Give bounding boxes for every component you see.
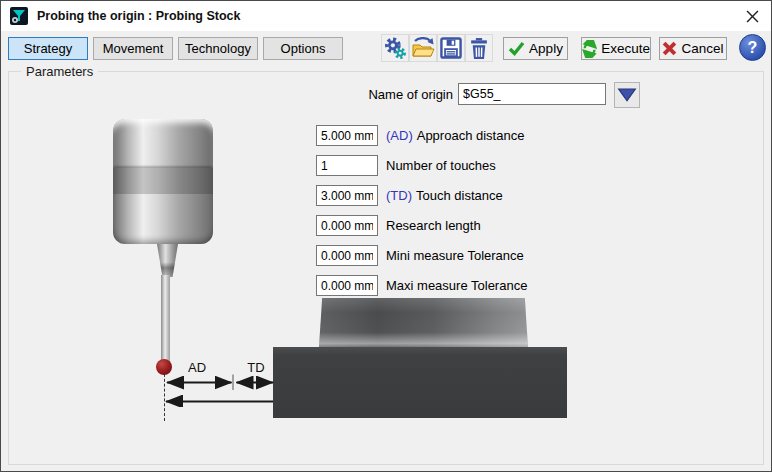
touch-distance-label: Touch distance bbox=[416, 188, 503, 203]
number-of-touches-input[interactable] bbox=[316, 155, 378, 176]
execute-button[interactable]: Execute bbox=[581, 37, 651, 60]
maxi-tolerance-label: Maxi measure Tolerance bbox=[386, 278, 527, 293]
probe-body-middle bbox=[113, 168, 213, 194]
probe-body-bottom bbox=[113, 194, 213, 244]
parameters-group-label: Parameters bbox=[21, 64, 98, 79]
delete-trash-icon bbox=[468, 37, 490, 60]
mini-tolerance-input[interactable] bbox=[316, 245, 378, 266]
research-length-label: Research length bbox=[386, 218, 481, 233]
tab-bar: Strategy Movement Technology Options bbox=[8, 37, 343, 60]
name-of-origin-label: Name of origin bbox=[341, 87, 453, 102]
td-dimension-label: TD bbox=[241, 360, 271, 375]
stock-base bbox=[273, 347, 567, 418]
triangle-down-icon bbox=[617, 87, 637, 103]
refresh-arrows-icon bbox=[582, 40, 597, 58]
x-icon bbox=[662, 41, 677, 56]
tab-strategy[interactable]: Strategy bbox=[8, 37, 88, 60]
touch-distance-input[interactable] bbox=[316, 185, 378, 206]
field-row-research-length: Research length bbox=[316, 215, 481, 236]
save-button[interactable] bbox=[437, 34, 465, 62]
open-folder-icon bbox=[411, 37, 435, 59]
open-button[interactable] bbox=[409, 34, 437, 62]
field-row-touch-distance: (TD)Touch distance bbox=[316, 185, 503, 206]
settings-button[interactable] bbox=[381, 34, 409, 62]
tab-movement[interactable]: Movement bbox=[93, 37, 173, 60]
settings-gears-icon bbox=[384, 37, 407, 60]
origin-dropdown-button[interactable] bbox=[614, 82, 640, 108]
apply-button[interactable]: Apply bbox=[503, 37, 568, 60]
ad-prefix: (AD) bbox=[386, 128, 413, 143]
research-length-input[interactable] bbox=[316, 215, 378, 236]
name-of-origin-input[interactable] bbox=[458, 83, 606, 105]
field-row-maxi-tolerance: Maxi measure Tolerance bbox=[316, 275, 527, 296]
cancel-button[interactable]: Cancel bbox=[659, 37, 727, 60]
mini-tolerance-label: Mini measure Tolerance bbox=[386, 248, 524, 263]
close-icon bbox=[746, 10, 759, 23]
title-bar: Probing the origin : Probing Stock bbox=[1, 1, 771, 31]
help-button[interactable]: ? bbox=[739, 34, 766, 61]
td-prefix: (TD) bbox=[386, 188, 412, 203]
dimension-arrows bbox=[159, 373, 283, 407]
tab-options[interactable]: Options bbox=[263, 37, 343, 60]
field-row-approach-distance: (AD)Approach distance bbox=[316, 125, 524, 146]
probing-dialog: Probing the origin : Probing Stock Strat… bbox=[0, 0, 772, 472]
ad-dimension-label: AD bbox=[182, 360, 212, 375]
field-row-number-of-touches: Number of touches bbox=[316, 155, 496, 176]
approach-distance-label: Approach distance bbox=[417, 128, 525, 143]
window-title: Probing the origin : Probing Stock bbox=[37, 9, 240, 23]
save-icon bbox=[440, 37, 462, 59]
check-icon bbox=[508, 41, 525, 56]
cancel-label: Cancel bbox=[681, 41, 723, 56]
number-of-touches-label: Number of touches bbox=[386, 158, 496, 173]
execute-label: Execute bbox=[601, 41, 650, 56]
help-question-icon: ? bbox=[748, 39, 758, 57]
maxi-tolerance-input[interactable] bbox=[316, 275, 378, 296]
tab-technology[interactable]: Technology bbox=[178, 37, 258, 60]
probing-tool-icon bbox=[10, 7, 28, 25]
delete-button[interactable] bbox=[465, 34, 493, 62]
approach-distance-input[interactable] bbox=[316, 125, 378, 146]
probe-body-top bbox=[113, 119, 213, 168]
field-row-mini-tolerance: Mini measure Tolerance bbox=[316, 245, 524, 266]
stock-boss bbox=[319, 298, 528, 347]
apply-label: Apply bbox=[529, 41, 563, 56]
close-button[interactable] bbox=[742, 6, 762, 26]
probe-stylus-shaft bbox=[161, 275, 170, 363]
